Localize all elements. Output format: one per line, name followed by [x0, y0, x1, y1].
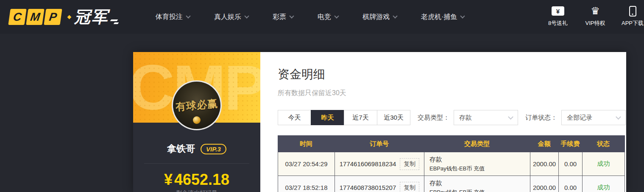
nav-item-label: 真人娱乐	[214, 13, 241, 22]
top-nav-bar: C M P 冠军 体育投注 真人娱乐 彩票 电竞 棋牌游戏 老虎机·捕鱼	[0, 0, 644, 34]
vip-level-badge: VIP.3	[201, 144, 226, 154]
nav-item-sports[interactable]: 体育投注	[156, 13, 190, 22]
logo-wordmark: 冠军	[74, 9, 109, 25]
avatar: 有球必赢	[172, 80, 222, 130]
sidebar-hint-text: 剩余流水打码量	[133, 189, 260, 192]
quick-link-vip[interactable]: ♛ VIP特权	[582, 5, 608, 27]
brand-logo[interactable]: C M P 冠军	[9, 9, 118, 25]
page-title: 资金明细	[278, 66, 626, 82]
type-detail: EBPay钱包-EB币 充值	[429, 165, 485, 173]
col-header-status: 状态	[582, 140, 624, 148]
chevron-down-icon	[334, 14, 339, 18]
wallet-balance: ¥4652.18	[133, 171, 260, 189]
order-status-filter: 订单状态： 全部记录	[525, 110, 626, 125]
logo-letter-p: P	[44, 9, 62, 25]
content-area: CMP 有球必赢 拿铁哥 VIP.3 ¥4652.18 剩余流水打码量 资金明细…	[133, 52, 626, 192]
nav-item-label: 棋牌游戏	[362, 13, 390, 22]
transaction-type-select[interactable]: 存款	[454, 110, 518, 125]
cell-amount: 2000.00	[530, 176, 559, 192]
filter-label: 订单状态：	[525, 114, 557, 122]
crown-icon: ♛	[591, 6, 600, 16]
cell-type: 存款 EBPay钱包-EB币 充值	[424, 152, 530, 176]
col-header-type: 交易类型	[424, 140, 530, 148]
nav-item-live-casino[interactable]: 真人娱乐	[214, 13, 248, 22]
chevron-down-icon	[186, 14, 190, 18]
balance-amount: 4652.18	[174, 171, 229, 188]
order-status-select[interactable]: 全部记录	[561, 110, 626, 125]
quick-link-app-download[interactable]: APP下载	[619, 5, 644, 27]
copy-button[interactable]: 复制	[400, 182, 419, 192]
logo-letter-c: C	[8, 9, 26, 25]
quick-link-label: APP下载	[622, 19, 644, 27]
order-id: 1774608738015207	[340, 184, 396, 191]
date-range-tabs: 今天 昨天 近7天 近30天	[278, 110, 410, 125]
table-row: 03/27 18:52:18 1774608738015207 复制 存款 EB…	[278, 176, 625, 192]
chevron-down-icon	[460, 14, 465, 18]
col-header-amount: 金额	[530, 140, 558, 148]
primary-nav: 体育投注 真人娱乐 彩票 电竞 棋牌游戏 老虎机·捕鱼	[156, 13, 488, 22]
user-row: 拿铁哥 VIP.3	[133, 143, 260, 155]
tab-last-7-days[interactable]: 近7天	[344, 110, 377, 125]
quick-link-gift[interactable]: 8号送礼	[545, 5, 571, 27]
tab-yesterday[interactable]: 昨天	[311, 110, 344, 125]
status-badge: 成功	[583, 152, 625, 176]
sidebar-divider	[144, 163, 249, 164]
logo-letter-m: M	[26, 9, 44, 25]
table-header: 时间 订单号 交易类型 金额 手续费 状态	[278, 135, 625, 152]
logo-dot-icon	[67, 15, 72, 19]
col-header-time: 时间	[278, 140, 335, 148]
chevron-down-icon	[289, 14, 294, 18]
type-name: 存款	[429, 179, 442, 187]
funds-table: 时间 订单号 交易类型 金额 手续费 状态 03/27 20:54:29 177…	[278, 135, 625, 192]
phone-icon	[629, 6, 636, 16]
cell-amount: 2000.00	[530, 152, 559, 176]
nav-item-label: 彩票	[273, 13, 286, 22]
header-quick-links: 8号送礼 ♛ VIP特权 APP下载	[545, 5, 644, 27]
nav-item-label: 体育投注	[156, 13, 183, 22]
cell-time: 03/27 18:52:18	[278, 176, 335, 192]
type-name: 存款	[429, 156, 442, 164]
filter-label: 交易类型：	[418, 114, 449, 122]
currency-symbol: ¥	[164, 171, 173, 188]
avatar-calligraphy: 有球必赢	[175, 97, 218, 114]
funds-detail-panel: 资金明细 所有数据只保留近30天 今天 昨天 近7天 近30天 交易类型： 存款…	[260, 52, 626, 192]
cell-fee: 0.00	[559, 152, 583, 176]
cell-type: 存款 EBPay钱包-EB币 充值	[424, 176, 530, 192]
col-header-order: 订单号	[335, 140, 424, 148]
status-badge: 成功	[583, 176, 625, 192]
chevron-down-icon	[244, 14, 249, 18]
col-header-fee: 手续费	[558, 140, 582, 148]
tab-last-30-days[interactable]: 近30天	[377, 110, 410, 125]
cell-order: 1774616069818234 复制	[335, 152, 424, 176]
quick-link-label: 8号送礼	[548, 19, 568, 27]
table-row: 03/27 20:54:29 1774616069818234 复制 存款 EB…	[278, 152, 625, 176]
cell-fee: 0.00	[559, 176, 583, 192]
cell-order: 1774608738015207 复制	[335, 176, 424, 192]
chevron-down-icon	[393, 14, 397, 18]
nav-item-label: 老虎机·捕鱼	[421, 13, 457, 22]
nav-item-label: 电竞	[318, 13, 331, 22]
logo-swoosh-icon	[111, 19, 118, 24]
order-id: 1774616069818234	[340, 160, 396, 167]
profile-sidebar: CMP 有球必赢 拿铁哥 VIP.3 ¥4652.18 剩余流水打码量	[133, 52, 260, 192]
golden-ball-icon	[193, 116, 201, 124]
select-value: 存款	[459, 114, 472, 122]
nav-item-slots-fishing[interactable]: 老虎机·捕鱼	[421, 13, 464, 22]
chevron-down-icon	[616, 114, 621, 120]
select-value: 全部记录	[567, 114, 592, 122]
nav-item-lottery[interactable]: 彩票	[273, 13, 293, 22]
copy-button[interactable]: 复制	[400, 158, 419, 170]
nav-item-esports[interactable]: 电竞	[318, 13, 338, 22]
tab-today[interactable]: 今天	[278, 110, 311, 125]
type-detail: EBPay钱包-EB币 充值	[429, 189, 485, 192]
chevron-down-icon	[508, 114, 513, 120]
gift-voucher-icon	[552, 6, 564, 16]
cell-time: 03/27 20:54:29	[278, 152, 335, 176]
quick-link-label: VIP特权	[585, 19, 605, 27]
nav-item-board-games[interactable]: 棋牌游戏	[362, 13, 397, 22]
username: 拿铁哥	[167, 143, 195, 155]
filter-row: 今天 昨天 近7天 近30天 交易类型： 存款 订单状态： 全部记录	[278, 110, 626, 125]
transaction-type-filter: 交易类型： 存款	[418, 110, 518, 125]
page-subtitle: 所有数据只保留近30天	[278, 89, 626, 98]
